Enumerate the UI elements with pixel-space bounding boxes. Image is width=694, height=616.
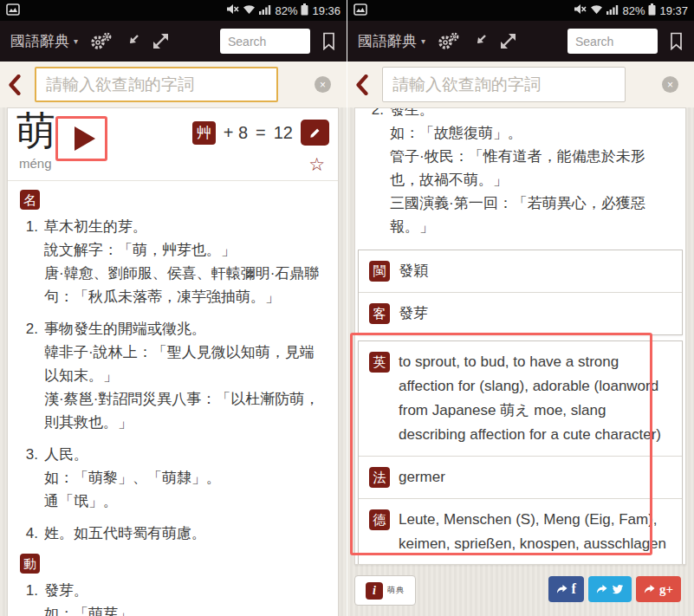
- dialect-box: 閩 發穎 客 發芽: [358, 250, 683, 335]
- screenshot-notification-icon: [353, 3, 367, 18]
- definition-number: 2.: [20, 317, 44, 434]
- share-arrow-icon: [596, 584, 607, 594]
- entry-card: 2. 發生。 如：「故態復萌」。 管子·牧民：「惟有道者，能備患於未形也，故禍不…: [354, 107, 686, 565]
- twitter-bird-icon: [612, 584, 624, 594]
- clear-input-button[interactable]: ×: [315, 76, 331, 93]
- dialect-row: 客 發芽: [359, 292, 682, 334]
- edit-pencil-button[interactable]: [301, 120, 329, 146]
- shrink-font-icon[interactable]: [471, 33, 488, 49]
- back-button[interactable]: [8, 75, 29, 95]
- info-icon: i: [366, 582, 383, 600]
- equals-sign: =: [256, 123, 266, 143]
- definition-line: 草木初生的芽。: [44, 215, 326, 238]
- definition-line: 唐·韓愈、劉師服、侯喜、軒轅彌明·石鼎聯句：「秋瓜未落蒂，凍芋強抽萌。」: [44, 262, 326, 308]
- stroke-plus: + 8: [224, 123, 248, 143]
- definition-item: 2. 事物發生的開端或徵兆。 韓非子·說林上：「聖人見微以知萌，見端以知末。」 …: [20, 317, 331, 434]
- close-icon: ×: [667, 79, 673, 91]
- translation-box: 英 to sprout, to bud, to have a strong af…: [358, 340, 683, 565]
- share-facebook-button[interactable]: f: [548, 576, 584, 602]
- settings-gears-icon[interactable]: [89, 32, 113, 51]
- radical-stroke-info: 艸 + 8 = 12: [192, 120, 329, 146]
- footer-bar: i 萌典 f g+: [347, 565, 694, 616]
- screenshot-notification-icon: [6, 3, 20, 18]
- back-button[interactable]: [355, 75, 376, 95]
- battery-icon: [648, 3, 656, 18]
- app-title: 國語辭典: [10, 31, 69, 51]
- definition-line: 如：「故態復萌」。: [390, 121, 673, 145]
- definition-line: 韓非子·說林上：「聖人見微以知萌，見端以知末。」: [44, 340, 326, 387]
- definition-number: 4.: [20, 522, 44, 545]
- query-input[interactable]: [382, 67, 626, 102]
- share-buttons: f g+: [548, 576, 681, 602]
- battery-icon: [301, 3, 308, 18]
- translation-row: 英 to sprout, to bud, to have a strong af…: [359, 341, 682, 456]
- definition-line: 漢·蔡邕·對詔問災異八事：「以杜漸防萌，則其救也。」: [44, 387, 326, 434]
- close-icon: ×: [320, 79, 326, 91]
- enlarge-font-icon[interactable]: [499, 32, 517, 50]
- dialect-row: 閩 發穎: [359, 250, 682, 292]
- translation-text: Leute, Menschen (S), Meng (Eig, Fam), ke…: [399, 508, 671, 556]
- chevron-down-icon: ▾: [74, 36, 78, 46]
- definition-line: 發芽。: [44, 579, 326, 602]
- definition-line: 說文解字：「萌，艸芽也。」: [44, 238, 326, 262]
- play-audio-button[interactable]: [66, 123, 97, 154]
- settings-gears-icon[interactable]: [437, 32, 460, 51]
- definition-item: 3. 人民。 如：「萌黎」、「萌隸」。 通「氓」。: [20, 443, 331, 513]
- radical-badge[interactable]: 艸: [192, 121, 216, 145]
- phone-screen-right: 82% 19:37 國語辭典 ▾ ×: [347, 0, 694, 616]
- definition-item: 1. 草木初生的芽。 說文解字：「萌，艸芽也。」 唐·韓愈、劉師服、侯喜、軒轅彌…: [20, 215, 331, 308]
- toolbar-search-input[interactable]: [220, 29, 310, 54]
- dict-info-button[interactable]: i 萌典: [354, 575, 416, 606]
- definition-line: 管子·牧民：「惟有道者，能備患於未形也，故禍不萌。」: [390, 145, 673, 191]
- clear-input-button[interactable]: ×: [662, 76, 678, 93]
- shrink-font-icon[interactable]: [124, 33, 140, 49]
- toolbar-search-input[interactable]: [568, 29, 658, 54]
- mute-icon: [574, 3, 587, 17]
- signal-icon: [606, 4, 619, 17]
- googleplus-icon: g+: [659, 582, 673, 597]
- definition-number: 3.: [20, 443, 44, 513]
- translation-text: germer: [399, 465, 671, 490]
- pos-badge-noun: 名: [20, 190, 40, 210]
- wifi-icon: [590, 4, 603, 17]
- translation-text: to sprout, to bud, to have a strong affe…: [399, 350, 671, 447]
- signal-icon: [259, 4, 271, 17]
- dialect-text: 發芽: [399, 302, 671, 326]
- lang-badge-english: 英: [369, 352, 390, 373]
- share-googleplus-button[interactable]: g+: [636, 576, 681, 602]
- lang-badge-german: 德: [369, 509, 390, 530]
- definition-number: 2.: [366, 107, 390, 238]
- definition-line: 通「氓」。: [44, 490, 326, 513]
- definition-line: 發生。: [390, 107, 673, 121]
- bookmark-icon[interactable]: [669, 32, 684, 50]
- headword: 萌: [16, 107, 55, 157]
- phone-screen-left: 82% 19:36 國語辭典 ▾ ×: [0, 0, 347, 616]
- translation-row: 德 Leute, Menschen (S), Meng (Eig, Fam), …: [359, 498, 682, 565]
- definition-line: 如：「萌黎」、「萌隸」。: [44, 466, 326, 490]
- mute-icon: [226, 3, 239, 17]
- total-strokes: 12: [274, 123, 293, 143]
- share-arrow-icon: [644, 584, 655, 594]
- definition-item: 1. 發芽。 如：「萌芽」。: [20, 579, 331, 616]
- query-bar: ×: [347, 62, 694, 107]
- app-bar: 國語辭典 ▾: [347, 21, 694, 62]
- favorite-star-icon[interactable]: ☆: [308, 154, 325, 175]
- status-bar: 82% 19:37: [347, 0, 694, 21]
- battery-percent: 82%: [275, 4, 297, 17]
- share-twitter-button[interactable]: [588, 576, 632, 602]
- dialect-text: 發穎: [399, 259, 671, 283]
- entry-card: 萌 ㄇ ㄥ ˊ 艸 + 8 = 12 méng ☆ 名 1.: [7, 107, 339, 616]
- definition-line: 人民。: [44, 443, 326, 466]
- definition-line: 三國演義·第一回：「若萌異心，必獲惡報。」: [390, 191, 673, 238]
- query-input[interactable]: [35, 67, 278, 102]
- enlarge-font-icon[interactable]: [152, 32, 170, 50]
- bookmark-icon[interactable]: [321, 32, 336, 50]
- definition-number: 1.: [20, 215, 44, 308]
- query-bar: ×: [0, 62, 347, 107]
- lang-badge-min: 閩: [369, 261, 390, 282]
- play-icon: [75, 126, 95, 151]
- dictionary-switcher[interactable]: 國語辭典 ▾: [10, 31, 78, 51]
- dictionary-switcher[interactable]: 國語辭典 ▾: [358, 31, 425, 51]
- dict-name: 萌典: [387, 585, 405, 596]
- status-time: 19:37: [659, 4, 688, 17]
